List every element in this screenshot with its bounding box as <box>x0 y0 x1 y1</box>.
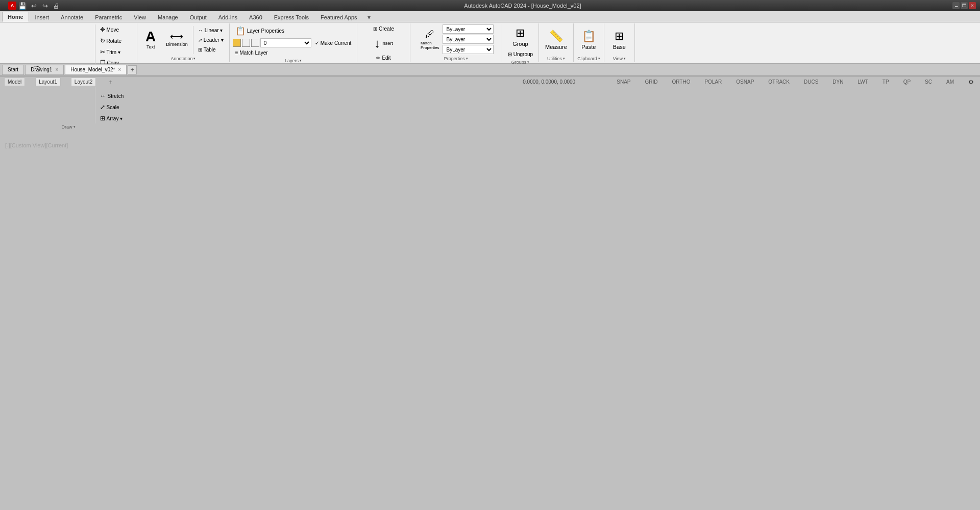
tool-insert-block[interactable]: ↓ Insert <box>371 34 396 53</box>
doc-tab-start[interactable]: Start <box>2 65 24 75</box>
measure-label: Measure <box>545 44 567 50</box>
redo-btn[interactable]: ↪ <box>40 1 50 11</box>
bylayer-select-1[interactable]: ByLayer <box>443 24 494 34</box>
utilities-chevron: ▾ <box>563 57 565 61</box>
groups-tools: ⊞ Group ⊟ Ungroup <box>505 24 535 59</box>
bylayer-select-3[interactable]: ByLayer <box>443 45 494 54</box>
status-ortho[interactable]: ORTHO <box>670 79 692 85</box>
status-otrack[interactable]: OTRACK <box>766 79 792 85</box>
layout1-tab[interactable]: Layout1 <box>35 78 61 86</box>
layers-group-label[interactable]: Layers ▾ <box>285 58 302 63</box>
tool-ungroup[interactable]: ⊟ Ungroup <box>505 50 535 59</box>
save-btn[interactable]: 💾 <box>17 1 28 11</box>
insert-icon: ↓ <box>374 36 380 50</box>
view-tools: ⊞ Base <box>609 24 629 55</box>
tool-match-layer[interactable]: ≡ Match Layer <box>233 48 271 57</box>
view-group-label[interactable]: View ▾ <box>613 56 626 61</box>
start-tab-label: Start <box>8 67 18 72</box>
measure-icon: 📏 <box>549 30 563 43</box>
tool-measure[interactable]: 📏 Measure <box>542 28 570 52</box>
tool-rotate[interactable]: ↻ Rotate <box>97 36 127 46</box>
properties-tools: 🖊 MatchProperties ByLayer ByLayer ByLaye… <box>413 24 499 55</box>
app-icon: A <box>8 2 16 10</box>
properties-group-label[interactable]: Properties ▾ <box>444 56 468 61</box>
maximize-btn[interactable]: 🗖 <box>961 2 968 9</box>
layer-freeze <box>242 39 250 47</box>
statusbar: Model Layout1 Layout2 + 0.0000, 0.0000, … <box>0 76 980 87</box>
tool-text[interactable]: A Text <box>140 28 161 52</box>
print-btn[interactable]: 🖨 <box>51 1 61 11</box>
add-layout[interactable]: + <box>106 78 114 87</box>
tab-home[interactable]: Home <box>2 12 29 22</box>
text-icon: A <box>145 30 156 44</box>
tool-move[interactable]: ✥ Move <box>97 24 127 35</box>
layout2-tab[interactable]: Layout2 <box>71 78 96 86</box>
tool-create-block[interactable]: ⊞ Create <box>371 24 397 33</box>
paste-label: Paste <box>581 44 596 50</box>
tool-linear[interactable]: ↔ Linear ▾ <box>195 26 226 35</box>
tool-paste[interactable]: 📋 Paste <box>578 28 599 52</box>
clipboard-chevron: ▾ <box>598 57 600 61</box>
house-model-close-icon[interactable]: × <box>118 67 121 72</box>
group-annotation: A Text ⟷ Dimension ↔ Linear ▾ ↗ Leader ▾… <box>137 23 229 62</box>
ribbon: Home Insert Annotate Parametric View Man… <box>0 11 980 64</box>
clipboard-group-label[interactable]: Clipboard ▾ <box>577 56 600 61</box>
status-am[interactable]: AM <box>944 79 956 85</box>
tool-table[interactable]: ⊞ Table <box>195 45 226 54</box>
window-title: Autodesk AutoCAD 2024 - [House_Model_v02… <box>69 3 976 9</box>
tool-base[interactable]: ⊞ Base <box>609 28 629 52</box>
tab-a360[interactable]: A360 <box>243 12 268 22</box>
close-btn[interactable]: ✕ <box>969 2 976 9</box>
trim-icon: ✂ <box>100 48 105 56</box>
house-model-tab-label: House_Model_v02* <box>70 67 115 72</box>
tab-parametric[interactable]: Parametric <box>89 12 128 22</box>
tool-dimension[interactable]: ⟷ Dimension <box>163 30 191 49</box>
tool-edit-block[interactable]: ✏ Edit <box>374 54 393 62</box>
tool-leader[interactable]: ↗ Leader ▾ <box>195 36 226 44</box>
status-snap[interactable]: SNAP <box>615 79 632 85</box>
viewport-label: [-][Custom View][Current] <box>5 142 68 148</box>
tab-expresstools[interactable]: Express Tools <box>268 12 314 22</box>
tab-output[interactable]: Output <box>184 12 212 22</box>
status-sc[interactable]: SC <box>923 79 934 85</box>
status-ducs[interactable]: DUCS <box>802 79 820 85</box>
tool-layer-properties[interactable]: 📋 Layer Properties <box>233 24 287 37</box>
tab-addins[interactable]: Add-ins <box>213 12 243 22</box>
ribbon-customize-btn[interactable]: ▾ <box>365 13 373 22</box>
match-prop-label: MatchProperties <box>421 41 439 50</box>
tab-annotate[interactable]: Annotate <box>55 12 89 22</box>
status-lwt[interactable]: LWT <box>855 79 870 85</box>
tool-group[interactable]: ⊞ Group <box>509 24 531 49</box>
minimize-btn[interactable]: 🗕 <box>952 2 960 9</box>
tab-manage[interactable]: Manage <box>152 12 184 22</box>
properties-label-text: Properties <box>444 56 465 61</box>
status-osnap[interactable]: OSNAP <box>734 79 756 85</box>
status-qp[interactable]: QP <box>901 79 913 85</box>
status-coords: 0.0000, 0.0000, 0.0000 <box>523 79 604 85</box>
prop-row1: 🖊 MatchProperties ByLayer ByLayer ByLaye… <box>418 24 494 54</box>
status-polar[interactable]: POLAR <box>702 79 724 85</box>
status-dyn[interactable]: DYN <box>830 79 845 85</box>
add-tab-button[interactable]: + <box>128 65 137 74</box>
status-tp[interactable]: TP <box>880 79 891 85</box>
dimension-icon: ⟷ <box>170 32 183 41</box>
undo-btn[interactable]: ↩ <box>29 1 39 11</box>
tab-featuredapps[interactable]: Featured Apps <box>315 12 363 22</box>
doc-tab-house-model[interactable]: House_Model_v02* × <box>65 65 127 75</box>
status-gear[interactable]: ⚙ <box>966 78 976 86</box>
status-grid[interactable]: GRID <box>643 79 659 85</box>
tab-view[interactable]: View <box>128 12 152 22</box>
layer-select[interactable]: 0 <box>260 38 311 47</box>
drawing1-close-icon[interactable]: × <box>55 67 58 72</box>
bylayer-select-2[interactable]: ByLayer <box>443 35 494 44</box>
model-tab[interactable]: Model <box>4 78 25 86</box>
tool-match-properties[interactable]: 🖊 MatchProperties <box>418 28 442 52</box>
tab-insert[interactable]: Insert <box>30 12 55 22</box>
match-prop-icon: 🖊 <box>425 29 434 40</box>
annotation-secondary: ↔ Linear ▾ ↗ Leader ▾ ⊞ Table <box>193 26 226 54</box>
document-tabs: Start Drawing1 × House_Model_v02* × + <box>0 64 980 76</box>
tool-make-current[interactable]: ✓ Make Current <box>312 39 354 47</box>
tool-trim[interactable]: ✂ Trim ▾ <box>97 47 127 57</box>
utilities-group-label[interactable]: Utilities ▾ <box>547 56 565 61</box>
annotation-group-label[interactable]: Annotation ▾ <box>170 56 195 61</box>
